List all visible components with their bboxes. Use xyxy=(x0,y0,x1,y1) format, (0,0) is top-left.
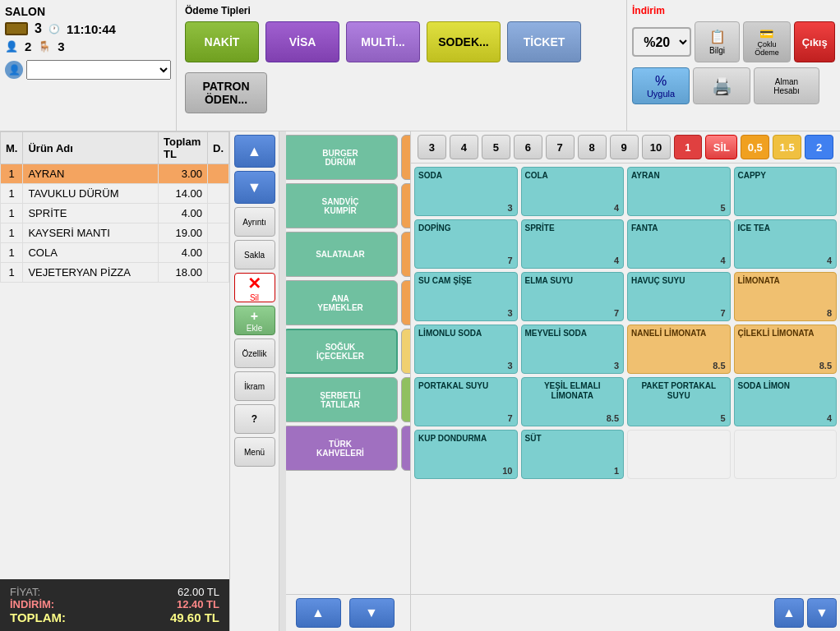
prod-btn-13[interactable]: MEYVELİ SODA3 xyxy=(521,325,625,374)
order-d xyxy=(208,243,229,263)
order-qty: 1 xyxy=(1,184,23,204)
prod-btn-2[interactable]: AYRAN5 xyxy=(627,167,731,216)
scroll-down-button[interactable]: ▼ xyxy=(234,171,275,204)
cikis-button[interactable]: Çıkış xyxy=(794,21,835,62)
prod-btn-10[interactable]: HAVUÇ SUYU7 xyxy=(627,272,731,321)
num-5-button[interactable]: 5 xyxy=(482,135,510,159)
num-6-button[interactable]: 6 xyxy=(514,135,542,159)
prod-btn-20[interactable]: KUP DONDURMA10 xyxy=(414,430,518,479)
bilgi-button[interactable]: 📋 Bilgi xyxy=(695,21,739,62)
num-3-button[interactable]: 3 xyxy=(418,135,446,159)
prod-name: MEYVELİ SODA xyxy=(525,329,588,339)
cat-btn-9[interactable]: ADET YAŞ PASTALAR xyxy=(401,329,410,374)
cat-btn-4[interactable]: SALATALAR xyxy=(283,232,398,277)
prod-btn-15[interactable]: ÇİLEKLİ LİMONATA8.5 xyxy=(734,325,838,374)
sil-button[interactable]: ✕ Sil xyxy=(234,273,275,302)
scroll-up-button[interactable]: ▲ xyxy=(234,135,275,168)
soru-button[interactable]: ? xyxy=(234,404,275,434)
col-header-toplam: Toplam TL xyxy=(159,132,208,164)
user-select[interactable] xyxy=(26,60,171,80)
patron-button[interactable]: PATRON ÖDEN... xyxy=(185,72,267,113)
prod-btn-7[interactable]: ICE TEA4 xyxy=(734,219,838,269)
num-4-button[interactable]: 4 xyxy=(450,135,478,159)
prod-btn-12[interactable]: LİMONLU SODA3 xyxy=(414,325,518,374)
prod-price: 10 xyxy=(502,466,512,476)
coklu-button[interactable]: 💳 Çoklu Ödeme xyxy=(743,21,792,62)
printer-button[interactable]: 🖨️ xyxy=(693,67,750,104)
col-header-d: D. xyxy=(208,132,229,164)
num-7-button[interactable]: 7 xyxy=(546,135,575,159)
prod-btn-6[interactable]: FANTA4 xyxy=(627,219,731,269)
ekle-button[interactable]: + Ekle xyxy=(234,306,275,335)
ayrintı-button[interactable]: Ayrıntı xyxy=(234,207,275,237)
coklu-label: Çoklu Ödeme xyxy=(755,40,779,57)
order-qty: 1 xyxy=(1,263,23,283)
sil-top-button[interactable]: SİL xyxy=(705,135,737,159)
prod-btn-14[interactable]: NANELİ LİMONATA8.5 xyxy=(627,325,731,374)
menu-scroll-down-button[interactable]: ▼ xyxy=(349,598,395,628)
cat-btn-5[interactable]: MAKARNALAR xyxy=(401,232,410,277)
table-row[interactable]: 1 KAYSERİ MANTI 19.00 xyxy=(1,223,229,243)
prod-btn-4[interactable]: DOPİNG7 xyxy=(414,219,518,269)
order-d xyxy=(208,223,229,243)
table-row[interactable]: 1 VEJETERYAN PİZZA 18.00 xyxy=(1,263,229,283)
ikram-button[interactable]: İkram xyxy=(234,371,275,401)
prod-btn-1[interactable]: COLA4 xyxy=(521,167,625,216)
cat-btn-8[interactable]: SOĞUK İÇECEKLER xyxy=(283,329,398,374)
prod-price: 4 xyxy=(827,256,832,265)
prod-btn-18[interactable]: PAKET PORTAKAL SUYU5 xyxy=(627,377,731,426)
table-row[interactable]: 1 AYRAN 3.00 xyxy=(1,164,229,184)
prod-scroll-up-button[interactable]: ▲ xyxy=(774,598,804,628)
cat-btn-3[interactable]: PİZZALAR xyxy=(401,183,410,228)
table-row[interactable]: 1 TAVUKLU DÜRÜM 14.00 xyxy=(1,184,229,204)
cat-btn-7[interactable]: SICAK İÇECEKLER xyxy=(401,280,410,325)
indirim-select[interactable]: %20 %10 %15 %25 xyxy=(632,27,691,57)
prod-btn-19[interactable]: SODA LİMON4 xyxy=(734,377,838,426)
menu-button[interactable]: Menü xyxy=(234,437,275,467)
table-row[interactable]: 1 COLA 4.00 xyxy=(1,243,229,263)
prod-name: YEŞİL ELMALI LİMONATA xyxy=(525,381,621,401)
prod-name: CAPPY xyxy=(738,171,766,181)
prod-btn-11[interactable]: LİMONATA8 xyxy=(734,272,838,321)
sakla-button[interactable]: Sakla xyxy=(234,240,275,269)
prod-name: LİMONATA xyxy=(738,276,780,286)
prod-btn-21[interactable]: SÜT1 xyxy=(521,430,625,479)
num-05-button[interactable]: 0,5 xyxy=(741,135,769,159)
cat-btn-12[interactable]: TÜRK KAHVELERİ xyxy=(283,426,398,471)
cat-btn-2[interactable]: SANDVİÇ KUMPİR xyxy=(283,183,398,228)
num-8-button[interactable]: 8 xyxy=(578,135,607,159)
num-1-button[interactable]: 1 xyxy=(674,135,703,159)
prod-name: PAKET PORTAKAL SUYU xyxy=(631,381,727,401)
ozellik-button[interactable]: Özellik xyxy=(234,339,275,368)
alman-button[interactable]: Alman Hesabı xyxy=(754,67,819,104)
cat-btn-0[interactable]: BURGER DÜRÜM xyxy=(283,135,398,180)
prod-btn-8[interactable]: SU CAM ŞİŞE3 xyxy=(414,272,518,321)
visa-button[interactable]: VİSA xyxy=(265,21,339,62)
prod-btn-3[interactable]: CAPPY xyxy=(734,167,838,216)
num-10-button[interactable]: 10 xyxy=(642,135,671,159)
multi-button[interactable]: MULTİ... xyxy=(346,21,420,62)
order-price: 18.00 xyxy=(159,263,208,283)
prod-btn-0[interactable]: SODA3 xyxy=(414,167,518,216)
cat-btn-13[interactable]: SÜTLÜ TATLILAR xyxy=(401,426,410,471)
sodek-button[interactable]: SODEK... xyxy=(427,21,501,62)
num-15-button[interactable]: 1.5 xyxy=(773,135,801,159)
cat-btn-11[interactable]: BÖREKLER xyxy=(401,377,410,422)
num-9-button[interactable]: 9 xyxy=(610,135,639,159)
prod-btn-5[interactable]: SPRİTE4 xyxy=(521,219,625,269)
prod-btn-17[interactable]: YEŞİL ELMALI LİMONATA8.5 xyxy=(521,377,625,426)
prod-btn-16[interactable]: PORTAKAL SUYU7 xyxy=(414,377,518,426)
uygula-button[interactable]: % Uygula xyxy=(632,67,690,104)
cat-btn-10[interactable]: ŞERBETLİ TATLILAR xyxy=(283,377,398,422)
prod-btn-9[interactable]: ELMA SUYU7 xyxy=(521,272,625,321)
table-row[interactable]: 1 SPRİTE 4.00 xyxy=(1,204,229,223)
nakit-button[interactable]: NAKİT xyxy=(185,21,259,62)
ticket-button[interactable]: TİCKET xyxy=(507,21,581,62)
menu-scroll-up-button[interactable]: ▲ xyxy=(296,598,341,628)
prod-scroll-down-button[interactable]: ▼ xyxy=(807,598,837,628)
order-d xyxy=(208,204,229,223)
cat-btn-1[interactable]: BAŞLANGIÇLAR xyxy=(401,135,410,180)
cat-btn-6[interactable]: ANA YEMEKLER xyxy=(283,280,398,325)
num-2-button[interactable]: 2 xyxy=(805,135,833,159)
order-name: TAVUKLU DÜRÜM xyxy=(23,184,159,204)
